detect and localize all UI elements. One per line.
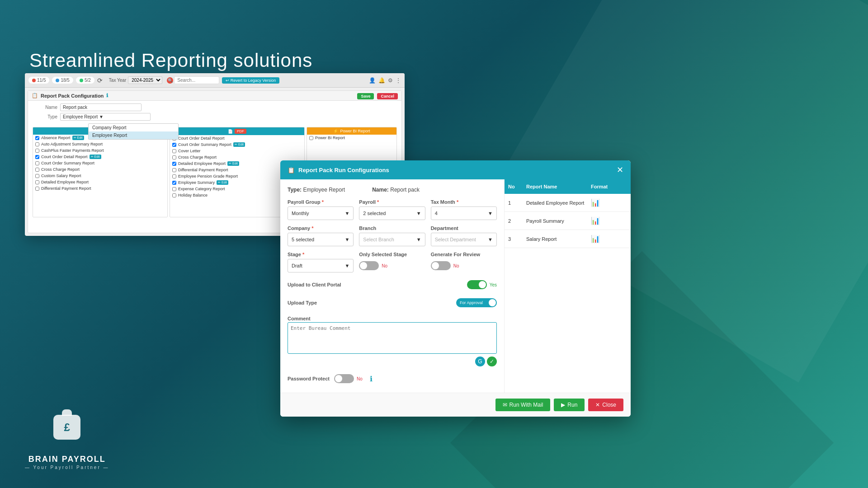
nav-tab-3[interactable]: 5/2	[76, 77, 94, 84]
nav-tab-1[interactable]: 11/5	[28, 77, 49, 84]
logo-company: BRAIN PAYROLL	[25, 455, 109, 464]
run-with-mail-button[interactable]: ✉ Run With Mail	[495, 399, 551, 411]
comment-wrapper: G ✓	[288, 322, 497, 366]
only-selected-stage-field: Only Selected Stage No	[359, 252, 425, 272]
check-icon[interactable]: ✓	[487, 357, 497, 366]
logo-tagline: — Your Payroll Partner —	[25, 465, 109, 470]
revert-button[interactable]: ↩ Revert to Legacy Version	[222, 77, 279, 84]
only-selected-toggle-label: No	[382, 263, 387, 268]
dropdown-option-employee[interactable]: Employee Report	[89, 131, 178, 139]
department-select[interactable]: Select Department ▼	[431, 233, 497, 246]
config-header: 📋 Report Pack Configuration ℹ Save Cance…	[28, 91, 401, 101]
pdf-report-item[interactable]: Cover Letter	[170, 148, 304, 154]
powerbi-icon: ⚡	[333, 129, 338, 133]
tab-dot-1	[32, 79, 36, 82]
only-selected-toggle-group: No	[359, 259, 425, 272]
only-selected-stage-label: Only Selected Stage	[359, 252, 425, 257]
dialog-icon: 📋	[288, 167, 295, 174]
type-label: Type	[33, 114, 57, 119]
cashplus-checkbox[interactable]	[35, 149, 39, 153]
pdf-report-item[interactable]: Cross Charge Report	[170, 154, 304, 160]
toggle-knob-4	[489, 299, 496, 306]
company-field: Company * 5 selected ▼	[288, 225, 354, 246]
tax-year-select[interactable]: 2024-2025	[128, 76, 162, 84]
close-button[interactable]: ✕ Close	[588, 399, 623, 411]
stage-field: Stage * Draft ▼	[288, 252, 354, 272]
court-summary-checkbox[interactable]	[35, 161, 39, 165]
custom-salary-checkbox[interactable]	[35, 174, 39, 178]
dialog-close-button[interactable]: ✕	[617, 165, 623, 175]
run-button[interactable]: ▶ Run	[554, 399, 585, 411]
dropdown-option-company[interactable]: Company Report	[89, 124, 178, 131]
company-select[interactable]: 5 selected ▼	[288, 233, 354, 246]
bell-icon: 🔔	[378, 77, 385, 84]
absence-checkbox[interactable]	[35, 136, 39, 140]
tax-month-select[interactable]: 4 ▼	[431, 206, 497, 220]
toggle-knob-5	[335, 375, 342, 382]
chevron-down-icon: ▼	[344, 263, 349, 268]
search-input[interactable]	[174, 76, 219, 84]
report-item[interactable]: Auto Adjustment Summary Report	[33, 141, 167, 147]
type-value: Employee Report	[63, 114, 98, 119]
save-button[interactable]: Save	[357, 93, 374, 99]
report-item[interactable]: Differential Payment Report	[33, 185, 167, 192]
page-headline: Streamlined Reporting solutions	[29, 50, 312, 71]
name-label: Name	[33, 105, 57, 110]
upload-client-toggle-label: Yes	[490, 282, 497, 287]
chevron-down-icon: ▼	[488, 211, 493, 216]
logo-bag: £	[53, 415, 80, 440]
generate-review-toggle[interactable]	[431, 261, 451, 270]
report-item[interactable]: Court Order Detail Report ✏ Edit	[33, 154, 167, 160]
court-order-checkbox[interactable]	[35, 155, 39, 159]
dialog-grid-1: Payroll Group * Monthly ▼ Payroll * 2 se…	[288, 199, 497, 220]
cross-charge-checkbox[interactable]	[35, 168, 39, 172]
excel-column: 📊 Excel Absence Report ✏ Edit Auto Adjus…	[33, 127, 168, 217]
pdf-report-item[interactable]: Court Order Summary Report ✏ Edit	[170, 141, 304, 148]
dialog-overlay: 📋 Report Pack Run Configurations ✕ Type:…	[280, 160, 631, 417]
diff-payment-checkbox[interactable]	[35, 187, 39, 191]
logo-section: £ BRAIN PAYROLL — Your Payroll Partner —	[25, 410, 109, 470]
name-input[interactable]	[60, 103, 142, 111]
dialog-grid-2: Company * 5 selected ▼ Branch Select Bra…	[288, 225, 497, 246]
branch-select[interactable]: Select Branch ▼	[359, 233, 425, 246]
type-dropdown-menu: Company Report Employee Report	[88, 123, 179, 140]
upload-client-toggle[interactable]	[467, 280, 487, 289]
report-item[interactable]: CashPlus Faster Payments Report	[33, 147, 167, 154]
report-item[interactable]: Detailed Employee Report	[33, 179, 167, 185]
comment-textarea[interactable]	[288, 322, 497, 354]
report-table-panel: No Report Name Format 1 Detailed Employe…	[504, 179, 631, 393]
payroll-group-label: Payroll Group *	[288, 199, 354, 205]
detailed-emp-checkbox[interactable]	[35, 180, 39, 184]
report-item[interactable]: Cross Charge Report	[33, 166, 167, 173]
tab-dot-2	[56, 79, 59, 82]
tax-month-label: Tax Month *	[431, 199, 497, 205]
grammar-icon[interactable]: G	[475, 357, 485, 366]
auto-adj-checkbox[interactable]	[35, 142, 39, 146]
password-toggle-group: No	[334, 372, 363, 385]
password-label: Password Protect	[288, 376, 330, 381]
upload-type-toggle[interactable]: For Approval	[456, 298, 497, 307]
nav-icon: ⟳	[97, 77, 103, 84]
nav-tab-2[interactable]: 18/5	[52, 77, 73, 84]
dialog-header: 📋 Report Pack Run Configurations ✕	[280, 160, 631, 179]
cancel-button[interactable]: Cancel	[377, 93, 398, 99]
table-row: 1 Detailed Employee Report 📊	[505, 194, 631, 212]
payroll-select[interactable]: 2 selected ▼	[359, 206, 425, 220]
powerbi-report-item[interactable]: Power BI Report	[307, 135, 396, 141]
payroll-group-field: Payroll Group * Monthly ▼	[288, 199, 354, 220]
comment-label: Comment	[288, 316, 311, 321]
password-toggle[interactable]	[334, 374, 354, 383]
type-dropdown[interactable]: Employee Report ▼ Company Report Employe…	[60, 113, 151, 121]
excel-format-icon: 📊	[591, 216, 627, 225]
upload-type-label: Upload Type	[288, 300, 317, 305]
pdf-report-item[interactable]: Court Order Detail Report	[170, 135, 304, 141]
only-selected-toggle[interactable]	[359, 261, 379, 270]
report-item[interactable]: Court Order Summary Report	[33, 160, 167, 166]
stage-select[interactable]: Draft ▼	[288, 259, 354, 272]
payroll-group-select[interactable]: Monthly ▼	[288, 206, 354, 220]
chevron-down-icon: ▼	[488, 237, 493, 242]
chevron-down-icon: ▼	[344, 237, 349, 242]
report-item[interactable]: Custom Salary Report	[33, 173, 167, 179]
dialog-body: Type: Employee Report Name: Report pack …	[280, 179, 504, 393]
search-wrapper: 🔍	[167, 76, 219, 84]
